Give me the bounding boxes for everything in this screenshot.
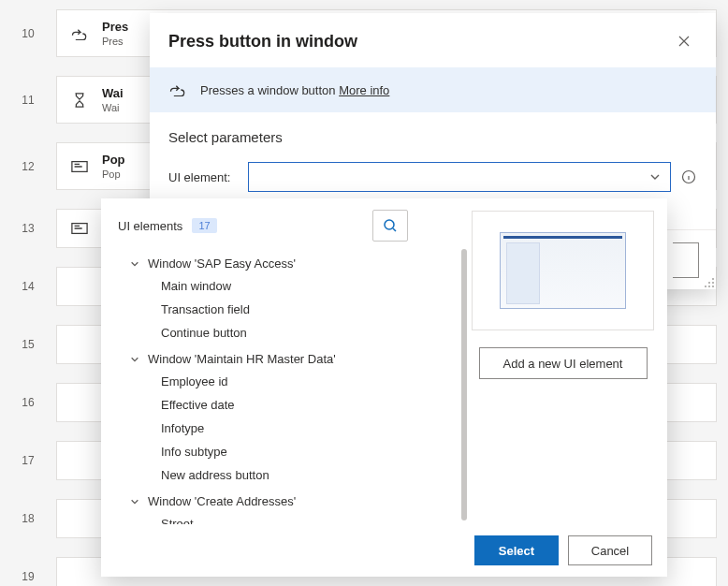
search-button[interactable] (372, 210, 408, 242)
partial-button[interactable] (673, 242, 699, 278)
populate-icon (70, 157, 89, 176)
modal-info-banner: Presses a window button More info (150, 67, 716, 112)
flow-step-number: 12 (0, 160, 56, 173)
svg-point-9 (385, 220, 394, 229)
tree-group-header[interactable]: Window 'SAP Easy Access' (112, 253, 449, 274)
chevron-down-icon (129, 497, 140, 506)
close-button[interactable] (671, 28, 697, 54)
preview-thumbnail (500, 232, 626, 309)
hourglass-icon (70, 91, 89, 110)
ui-element-dropdown[interactable] (248, 162, 671, 192)
add-ui-element-button[interactable]: Add a new UI element (479, 347, 648, 379)
tree-group-title: Window 'SAP Easy Access' (148, 256, 296, 271)
resize-grip-icon[interactable] (703, 276, 716, 289)
svg-point-7 (708, 286, 710, 287)
flow-step-number: 11 (0, 94, 56, 107)
tree-group-title: Window 'Create Addresses' (148, 494, 296, 508)
press-button-icon (168, 81, 187, 99)
svg-point-8 (712, 286, 714, 287)
flow-step-number: 10 (0, 27, 56, 40)
tree-group-header[interactable]: Window 'Create Addresses' (112, 491, 449, 512)
svg-point-5 (712, 282, 714, 284)
press-button-icon (70, 24, 89, 43)
tree-group-header[interactable]: Window 'Maintain HR Master Data' (112, 348, 449, 370)
tree-item[interactable]: Main window (112, 274, 449, 298)
flow-step-number: 13 (0, 222, 56, 235)
element-preview (472, 211, 654, 330)
select-parameters-heading: Select parameters (168, 129, 697, 145)
flow-step-number: 16 (0, 396, 56, 409)
svg-point-3 (712, 278, 714, 280)
ui-element-label: UI element: (168, 170, 239, 184)
modal-info-text: Presses a window button More info (200, 83, 389, 97)
tree-group-title: Window 'Maintain HR Master Data' (148, 352, 336, 366)
ui-elements-heading: UI elements (118, 219, 182, 233)
tree-item[interactable]: Info subtype (112, 440, 449, 463)
ui-elements-tree: Window 'SAP Easy Access'Main windowTrans… (112, 251, 449, 524)
populate-icon (70, 219, 89, 238)
more-info-link[interactable]: More info (339, 83, 389, 97)
modal-title: Press button in window (168, 32, 357, 51)
tree-item[interactable]: Transaction field (112, 298, 449, 321)
svg-point-6 (705, 286, 706, 287)
tree-scrollbar[interactable] (460, 249, 468, 524)
tree-item[interactable]: New address button (112, 463, 449, 487)
svg-point-4 (708, 282, 710, 284)
chevron-down-icon (649, 171, 661, 183)
flow-step-number: 18 (0, 512, 56, 525)
ui-elements-count-badge: 17 (192, 218, 216, 233)
tree-item[interactable]: Effective date (112, 393, 449, 417)
flow-step-number: 17 (0, 454, 56, 467)
flow-step-number: 19 (0, 570, 56, 583)
tree-item[interactable]: Street (112, 512, 449, 524)
chevron-down-icon (129, 259, 140, 269)
info-icon[interactable] (680, 168, 697, 185)
cancel-button[interactable]: Cancel (568, 535, 652, 565)
tree-item[interactable]: Employee id (112, 370, 449, 393)
ui-elements-panel: UI elements 17 Window 'SAP Easy Access'M… (101, 198, 667, 577)
select-button[interactable]: Select (474, 535, 559, 565)
tree-item[interactable]: Infotype (112, 417, 449, 440)
chevron-down-icon (129, 355, 140, 364)
tree-item[interactable]: Continue button (112, 321, 449, 344)
flow-step-number: 15 (0, 338, 56, 351)
flow-step-number: 14 (0, 280, 56, 293)
